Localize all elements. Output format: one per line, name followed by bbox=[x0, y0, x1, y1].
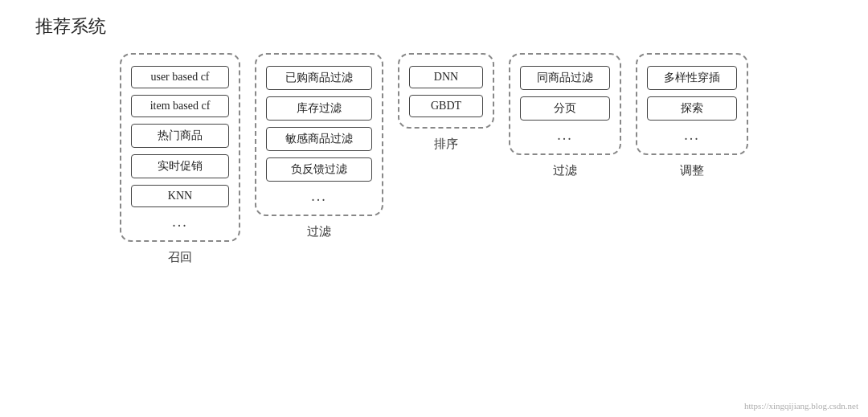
diagram: user based cfitem based cf热门商品实时促销KNN...… bbox=[0, 53, 868, 265]
watermark: https://xingqijiang.blog.csdn.net bbox=[744, 401, 858, 411]
item-col4-1: 分页 bbox=[520, 96, 610, 121]
dots-col2-4: ... bbox=[311, 188, 327, 205]
item-col5-1: 探索 bbox=[647, 96, 737, 121]
dashed-box-col2: 已购商品过滤库存过滤敏感商品过滤负反馈过滤... bbox=[255, 53, 383, 216]
column-col3: DNNGBDT排序 bbox=[398, 53, 494, 152]
col-label-col5: 调整 bbox=[680, 163, 704, 178]
item-col2-0: 已购商品过滤 bbox=[266, 66, 372, 90]
item-col5-0: 多样性穿插 bbox=[647, 66, 737, 90]
item-col1-2: 热门商品 bbox=[131, 124, 229, 148]
dashed-box-col4: 同商品过滤分页... bbox=[509, 53, 621, 155]
item-col1-0: user based cf bbox=[131, 66, 229, 88]
item-col3-0: DNN bbox=[409, 66, 483, 88]
col-label-col3: 排序 bbox=[434, 137, 458, 152]
col-label-col2: 过滤 bbox=[307, 224, 331, 239]
item-col2-3: 负反馈过滤 bbox=[266, 157, 372, 182]
dots-col4-2: ... bbox=[557, 127, 573, 144]
page-title: 推荐系统 bbox=[0, 0, 868, 39]
item-col1-4: KNN bbox=[131, 185, 229, 207]
item-col1-3: 实时促销 bbox=[131, 154, 229, 178]
column-col1: user based cfitem based cf热门商品实时促销KNN...… bbox=[120, 53, 240, 265]
item-col4-0: 同商品过滤 bbox=[520, 66, 610, 90]
dashed-box-col1: user based cfitem based cf热门商品实时促销KNN... bbox=[120, 53, 240, 242]
dashed-box-col5: 多样性穿插探索... bbox=[636, 53, 748, 155]
col-label-col4: 过滤 bbox=[553, 163, 577, 178]
item-col2-2: 敏感商品过滤 bbox=[266, 127, 372, 151]
column-col5: 多样性穿插探索...调整 bbox=[636, 53, 748, 178]
item-col3-1: GBDT bbox=[409, 95, 483, 117]
dashed-box-col3: DNNGBDT bbox=[398, 53, 494, 129]
col-label-col1: 召回 bbox=[168, 250, 192, 265]
dots-col1-5: ... bbox=[172, 214, 188, 231]
dots-col5-2: ... bbox=[684, 127, 700, 144]
column-col2: 已购商品过滤库存过滤敏感商品过滤负反馈过滤...过滤 bbox=[255, 53, 383, 239]
item-col2-1: 库存过滤 bbox=[266, 96, 372, 121]
column-col4: 同商品过滤分页...过滤 bbox=[509, 53, 621, 178]
item-col1-1: item based cf bbox=[131, 95, 229, 117]
